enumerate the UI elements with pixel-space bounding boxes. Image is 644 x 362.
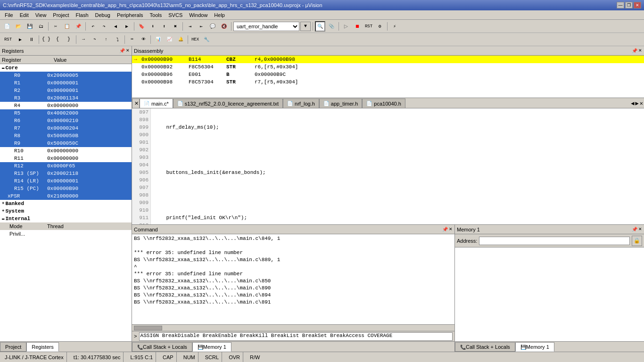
code-tab-nrflog[interactable]: 📄 nrf_log.h [283,99,319,108]
reg-row-r1[interactable]: R1 0x00000001 [0,79,132,87]
open-btn[interactable]: 📂 [13,21,24,32]
next-btn[interactable]: ⤵ [112,34,123,45]
command-hscroll-thumb[interactable] [134,326,162,330]
reg-row-r2[interactable]: R2 0x00000001 [0,87,132,94]
bookmark3-btn[interactable]: ⬆ [159,21,169,32]
reg-row-r5[interactable]: R5 0x40002000 [0,109,132,117]
code-tab-main[interactable]: 📄 main.c* [140,99,173,108]
perf-btn[interactable]: 📈 [164,34,174,45]
menu-peripherals[interactable]: Peripherals [114,11,146,19]
bookmark4-btn[interactable]: ✖ [170,21,181,32]
close-button[interactable]: ✕ [634,2,641,8]
tab-registers[interactable]: Registers [26,342,58,352]
tab-nav-left[interactable]: ◀ [631,100,634,107]
tab-project[interactable]: Project [0,342,26,352]
step-out-btn[interactable]: ↑ [101,34,111,45]
command-close-icon[interactable]: ✕ [449,227,453,232]
brace3-btn[interactable]: } [64,34,74,45]
menu-edit[interactable]: Edit [17,11,32,19]
redo-btn[interactable]: ↷ [99,21,109,32]
indent-btn[interactable]: ⇥ [185,21,195,32]
tab-callstack[interactable]: 📞 Call Stack + Locals [132,342,192,352]
tab-memory1-mem[interactable]: 💾 Memory 1 [515,342,554,352]
mem-btn[interactable]: 📊 [153,34,163,45]
reset-btn[interactable]: RST [363,21,374,32]
menu-debug[interactable]: Debug [92,11,113,19]
hex1-btn[interactable]: HEX [190,34,200,45]
reg-group-internal[interactable]: ▬ Internal [0,215,132,222]
cut-btn[interactable]: ✂ [50,21,61,32]
copy-btn[interactable]: 📋 [62,21,72,32]
pin-icon[interactable]: 📌 [119,48,125,53]
tab-nav-right[interactable]: ▶ [636,100,639,107]
reg-row-r13[interactable]: R13 (SP) 0x20002118 [0,170,132,177]
restore-button[interactable]: ❐ [625,2,633,8]
reg-row-xpsr[interactable]: xPSR 0x21000000 [0,192,132,200]
stop-btn[interactable]: ⏹ [352,21,363,32]
browse-btn[interactable]: 📎 [326,21,337,32]
memory-pin-icon[interactable]: 📌 [632,227,637,232]
reg-row-r7[interactable]: R7 0x00000204 [0,124,132,132]
disasm-btn[interactable]: ⌨ [127,34,137,45]
reg-row-r15[interactable]: R15 (PC) 0x00000B90 [0,185,132,192]
unindent-btn[interactable]: ⇤ [196,21,206,32]
reg-row-r10[interactable]: R10 0x00000000 [0,147,132,155]
memory-address-input[interactable] [479,237,630,245]
watch-btn[interactable]: 👁 [138,34,149,45]
command-hscroll[interactable] [132,324,454,331]
reg-row-r4[interactable]: R4 0x00000000 [0,102,132,109]
menu-window[interactable]: Window [186,11,210,19]
system-expand-icon[interactable]: + [2,209,4,214]
reg-group-banked[interactable]: + Banked [0,200,132,207]
reg-row-r9[interactable]: R9 0x5000050C [0,140,132,147]
code-tab-apptimer[interactable]: 📄 app_timer.h [319,99,362,108]
code-editor[interactable]: 897 898 899 900 901 902 903 904 905 906 … [132,108,644,224]
reg-row-r11[interactable]: R11 0x00000000 [0,155,132,162]
code-tab-license[interactable]: 📄 s132_nrf52_2.0.0_licence_agreement.txt [173,99,283,108]
banked-expand-icon[interactable]: + [2,201,4,206]
function-combo[interactable]: uart_error_handle [233,22,299,31]
stop2-btn[interactable]: ⏸ [26,34,37,45]
run2-btn[interactable]: ▶ [15,34,25,45]
step-over-btn[interactable]: ↷ [90,34,100,45]
brace2-btn[interactable]: { [52,34,63,45]
nav-back-btn[interactable]: ◀ [110,21,121,32]
memory-close-icon[interactable]: ✕ [638,227,642,232]
command-pin-icon[interactable]: 📌 [442,227,448,232]
reg-group-core[interactable]: ▬ Core [0,64,132,72]
disassembly-content[interactable]: → 0x00000B90 B114 CBZ r4,0x00000B98 0x00… [132,56,644,98]
tab-memory1-cmd[interactable]: 💾 Memory 1 [192,342,231,352]
tab-close-all[interactable]: ✕ [640,100,643,107]
undo-btn[interactable]: ↶ [88,21,98,32]
rst-btn[interactable]: RST [2,34,14,45]
disasm-close-icon[interactable]: ✕ [638,48,642,53]
reg-row-r8[interactable]: R8 0x5000050B [0,132,132,140]
menu-flash[interactable]: Flash [73,11,91,19]
reg-row-r14[interactable]: R14 (LR) 0x00000001 [0,177,132,185]
tools2-btn[interactable]: 🔧 [201,34,212,45]
search-btn[interactable]: 🔍 [315,21,325,32]
menu-help[interactable]: Help [211,11,228,19]
core-expand-icon[interactable]: ▬ [2,66,4,70]
trace-btn[interactable]: 🔔 [175,34,186,45]
disasm-pin-icon[interactable]: 📌 [632,48,637,53]
new-file-btn[interactable]: 📄 [2,21,12,32]
command-autocomplete-bar[interactable]: ASSIGN BreakDisable BreakEnable BreakKil… [139,332,453,341]
reg-row-r3[interactable]: R3 0x20001134 [0,94,132,102]
internal-expand-icon[interactable]: ▬ [2,216,4,221]
nav-fwd-btn[interactable]: ▶ [122,21,132,32]
save-all-btn[interactable]: 🗂 [36,21,46,32]
menu-tools[interactable]: Tools [147,11,165,19]
code-tab-pca10040[interactable]: 📄 pca10040.h [362,99,405,108]
reg-row-r6[interactable]: R6 0x00000210 [0,117,132,124]
more-btn[interactable]: ⚡ [389,21,400,32]
bookmark-btn[interactable]: 🔖 [136,21,147,32]
reg-row-r0[interactable]: R0 0x20000005 [0,72,132,79]
tab-callstack-mem[interactable]: 📞 Call Stack + Locals [455,342,515,352]
menu-file[interactable]: File [2,11,16,19]
comment-btn[interactable]: 💬 [207,21,218,32]
combo-down-btn[interactable]: ▼ [300,22,311,31]
save-btn[interactable]: 💾 [25,21,35,32]
menu-view[interactable]: View [33,11,50,19]
menu-svcs[interactable]: SVCS [165,11,185,19]
